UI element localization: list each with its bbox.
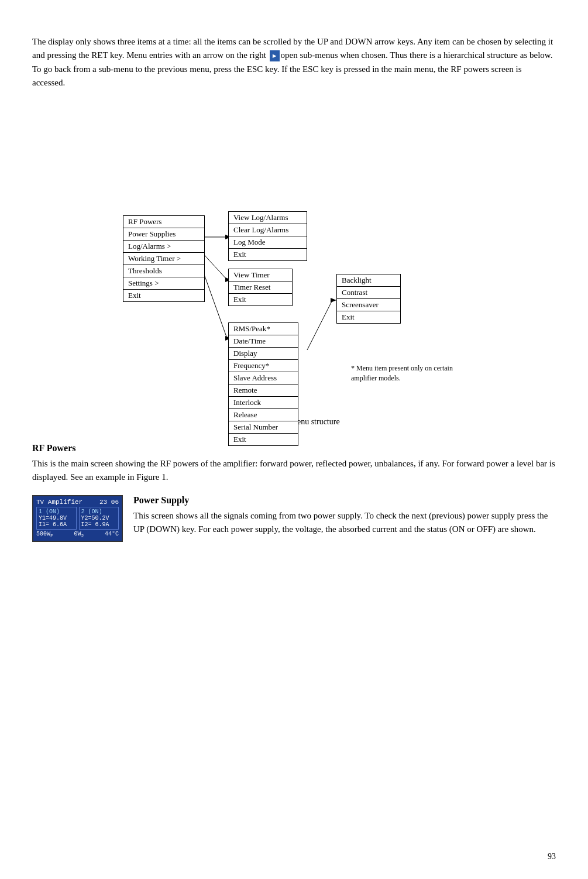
ps-header-time: 23 06: [99, 499, 119, 506]
ps-header-title: TV Amplifier: [36, 499, 82, 506]
menu-item-view-timer: View Timer: [229, 269, 292, 281]
menu-item-serial-number: Serial Number: [229, 421, 298, 434]
arrow-icon: ►: [270, 50, 280, 61]
ps-forward-power: 500WF: [36, 531, 53, 538]
svg-marker-7: [331, 298, 336, 303]
ps-reflected-power: 0W2: [74, 531, 84, 538]
menu-item-rms-peak: RMS/Peak*: [229, 323, 298, 335]
menu-item-exit-log: Exit: [229, 249, 307, 260]
menu-item-release: Release: [229, 409, 298, 421]
intro-paragraph: The display only shows three items at a …: [32, 35, 556, 90]
display-menu-box: Backlight Contrast Screensaver Exit: [336, 274, 401, 324]
menu-item-power-supplies: Power Supplies: [123, 228, 204, 241]
ps-temperature: 44°C: [105, 531, 119, 538]
menu-diagram: RF Powers Power Supplies Log/Alarms > Wo…: [32, 107, 556, 411]
menu-item-exit-settings: Exit: [229, 434, 298, 445]
menu-item-exit-timer: Exit: [229, 294, 292, 305]
power-supply-display: TV Amplifier 23 06 1 (ON) Y1=49.8V I1= 6…: [32, 495, 123, 542]
rf-powers-text: This is the main screen showing the RF p…: [32, 457, 556, 485]
working-timer-menu-box: View Timer Timer Reset Exit: [228, 269, 293, 306]
menu-item-settings: Settings >: [123, 277, 204, 290]
svg-line-4: [202, 268, 227, 338]
svg-line-2: [202, 252, 227, 280]
menu-item-timer-reset: Timer Reset: [229, 281, 292, 294]
menu-item-frequency: Frequency*: [229, 360, 298, 372]
log-alarms-menu-box: View Log/Alarms Clear Log/Alarms Log Mod…: [228, 211, 307, 261]
main-menu-box: RF Powers Power Supplies Log/Alarms > Wo…: [123, 215, 205, 302]
menu-item-log-mode: Log Mode: [229, 236, 307, 249]
menu-item-slave-address: Slave Address: [229, 372, 298, 384]
menu-item-exit-display: Exit: [337, 311, 400, 323]
menu-item-view-log: View Log/Alarms: [229, 212, 307, 224]
footnote: * Menu item present only on certain ampl…: [351, 363, 456, 383]
menu-item-interlock: Interlock: [229, 397, 298, 409]
menu-item-thresholds: Thresholds: [123, 265, 204, 277]
ps-col1-header: 1 (ON) Y1=49.8V I1= 6.6A: [36, 507, 77, 530]
menu-item-clear-log: Clear Log/Alarms: [229, 224, 307, 236]
menu-item-contrast: Contrast: [337, 287, 400, 299]
menu-item-remote: Remote: [229, 384, 298, 397]
menu-item-rf-powers: RF Powers: [123, 216, 204, 228]
page-number: 93: [548, 852, 556, 861]
menu-item-log-alarms: Log/Alarms >: [123, 241, 204, 253]
ps-col2-header: 2 (ON) Y2=50.2V I2= 6.9A: [79, 507, 119, 530]
menu-item-working-timer: Working Timer >: [123, 253, 204, 265]
menu-item-screensaver: Screensaver: [337, 299, 400, 311]
menu-item-date-time: Date/Time: [229, 335, 298, 348]
settings-menu-box: RMS/Peak* Date/Time Display Frequency* S…: [228, 322, 298, 446]
svg-line-6: [307, 300, 332, 350]
menu-item-backlight: Backlight: [337, 274, 400, 287]
menu-item-exit-main: Exit: [123, 290, 204, 301]
menu-item-display: Display: [229, 348, 298, 360]
